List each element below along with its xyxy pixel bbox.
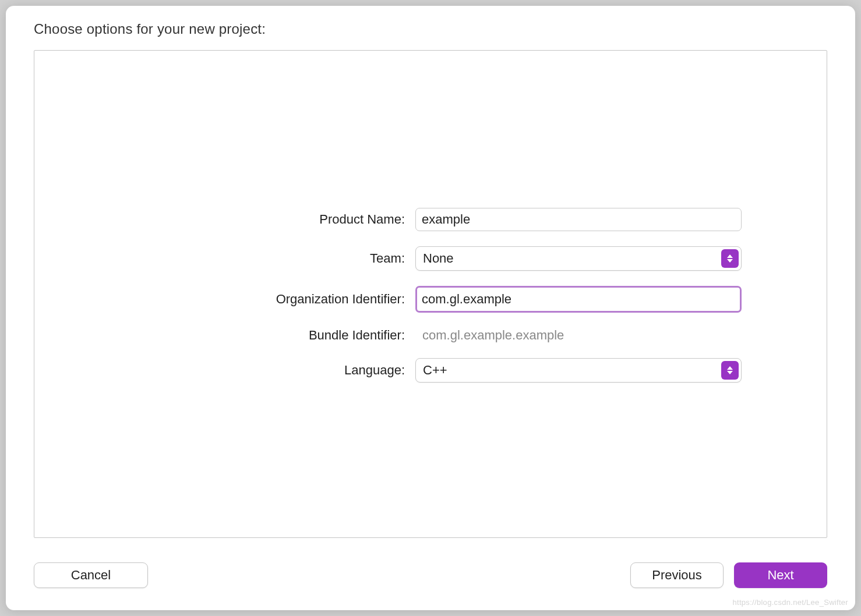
updown-arrows-icon	[721, 249, 739, 268]
bundle-identifier-label: Bundle Identifier:	[119, 328, 405, 343]
language-label: Language:	[119, 363, 405, 378]
org-identifier-label: Organization Identifier:	[119, 292, 405, 307]
form-grid: Product Name: Team: None Organization Id…	[119, 208, 742, 383]
dialog-title: Choose options for your new project:	[34, 21, 827, 37]
team-select-value: None	[423, 251, 454, 266]
cancel-button[interactable]: Cancel	[34, 562, 148, 588]
new-project-options-dialog: Choose options for your new project: Pro…	[6, 6, 855, 610]
product-name-label: Product Name:	[119, 212, 405, 227]
team-select[interactable]: None	[415, 246, 742, 271]
language-select[interactable]: C++	[415, 358, 742, 383]
product-name-input[interactable]	[415, 208, 742, 231]
org-identifier-input[interactable]	[415, 286, 742, 313]
language-select-value: C++	[423, 363, 447, 378]
next-button[interactable]: Next	[734, 562, 827, 588]
team-label: Team:	[119, 251, 405, 266]
watermark: https://blog.csdn.net/Lee_Swifter	[732, 598, 848, 607]
bundle-identifier-value: com.gl.example.example	[415, 328, 742, 343]
button-row: Cancel Previous Next	[34, 562, 827, 588]
updown-arrows-icon	[721, 361, 739, 380]
form-panel: Product Name: Team: None Organization Id…	[34, 50, 827, 538]
previous-button[interactable]: Previous	[630, 562, 724, 588]
